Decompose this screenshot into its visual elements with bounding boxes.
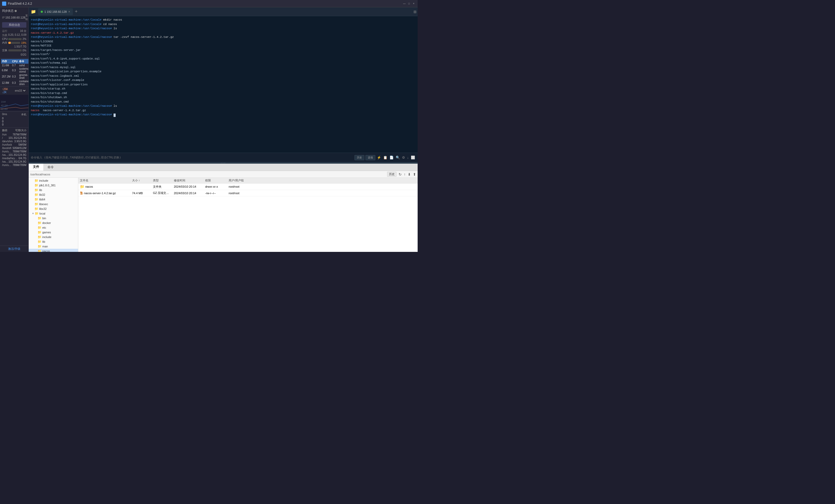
proc-mem: 6.8M xyxy=(1,67,11,73)
fm-file-size: 74.4 MB xyxy=(130,190,151,196)
paste-icon[interactable]: 📄 xyxy=(389,155,394,160)
tree-item-label: libx32 xyxy=(39,207,47,210)
fm-col-size[interactable]: 大小 ↑ xyxy=(130,178,151,183)
fm-tabs: 文件 命令 xyxy=(29,164,418,171)
app-title: FinalShell 4.2.4.2 xyxy=(8,2,32,5)
fm-col-date[interactable]: 修改时间 xyxy=(172,178,204,183)
fm-tab-cmd[interactable]: 命令 xyxy=(43,164,58,170)
tab-label: 1 192.168.60.128 xyxy=(44,10,67,13)
fm-file-row[interactable]: 🗜nacos-server-1.4.2.tar.gz 74.4 MB GZ 压缩… xyxy=(78,190,418,196)
fm-file-user: root/root xyxy=(227,190,248,196)
proc-header-mem: 内存 xyxy=(1,59,11,64)
fm-file-date: 2024/03/10 20:14 xyxy=(172,184,204,189)
sync-status: 同步状态 xyxy=(2,9,26,13)
disk-size: 5M/5M xyxy=(18,143,26,146)
fullscreen-icon[interactable]: ⬜ xyxy=(410,155,415,160)
proc-mem: 257.2M xyxy=(1,73,11,80)
fm-refresh-icon[interactable]: ↻ xyxy=(399,172,402,177)
disk-row: /var/lib/docker/overlay...101.3G/124.9G xyxy=(2,153,26,157)
term-output: nacos/conf/nacos-mysql.sql xyxy=(31,66,76,69)
cpu-bar xyxy=(8,38,9,40)
tab-close-btn[interactable]: × xyxy=(68,10,70,14)
fm-tree-item[interactable]: 📁lib64 xyxy=(29,197,78,202)
proc-cpu: 0.7 xyxy=(11,64,18,67)
fm-file-date: 2024/03/10 20:14 xyxy=(172,190,204,196)
folder-btn[interactable]: 📁 xyxy=(30,9,37,14)
fm-up-icon[interactable]: ↑ xyxy=(404,172,406,177)
fm-file-name: 🗜nacos-server-1.4.2.tar.gz xyxy=(78,190,130,196)
disk-size: 787M/789M xyxy=(13,133,26,136)
fm-col-type[interactable]: 类型 xyxy=(151,178,172,183)
fm-download-icon[interactable]: ⬇ xyxy=(408,172,411,177)
term-prompt: root@heyunlin-virtual-machine:/usr/local… xyxy=(31,113,114,116)
fm-col-perm[interactable]: 权限 xyxy=(204,178,227,183)
disk-size: 101.3G/124.9G xyxy=(8,154,26,156)
archive-icon: 🗜 xyxy=(80,191,83,195)
term-output: nacos/conf/ xyxy=(31,53,50,56)
terminal-line: root@heyunlin-virtual-machine:/usr/local… xyxy=(31,26,415,31)
fm-tree-item[interactable]: 📁bin xyxy=(29,216,78,221)
options-btn[interactable]: 选项 xyxy=(365,155,375,160)
disk-path: /run/user/1000 xyxy=(2,150,13,153)
history-btn[interactable]: 历史 xyxy=(354,155,364,160)
fm-tree-item[interactable]: 📁jdk1.8.0_381 xyxy=(29,183,78,188)
fm-tree-item[interactable]: 📁games xyxy=(29,230,78,235)
fm-files-header: 文件名 大小 ↑ 类型 修改时间 权限 用户/用户组 xyxy=(78,178,418,183)
minimize-btn[interactable]: — xyxy=(403,2,406,5)
fm-upload-icon[interactable]: ⬆ xyxy=(413,172,416,177)
copy-icon[interactable]: 📋 xyxy=(383,155,388,160)
term-prompt: root@heyunlin-virtual-machine:/usr/local… xyxy=(31,27,114,30)
search-icon[interactable]: 🔍 xyxy=(395,155,401,160)
folder-icon: 📁 xyxy=(35,179,38,182)
tree-item-label: bin xyxy=(42,217,46,220)
fm-tree-item[interactable]: 📁include xyxy=(29,235,78,239)
fm-file-row[interactable]: 📁nacos 文件夹 2024/03/10 20:14 drwxr-xr-x r… xyxy=(78,183,418,190)
terminal-line: nacos/conf/nacos-mysql.sql xyxy=(31,65,415,70)
fm-tree-item[interactable]: ▼📁local xyxy=(29,211,78,216)
tab-item-1[interactable]: 1 192.168.60.128 × xyxy=(38,8,73,15)
ip-value: 192.168.60.128 xyxy=(5,16,25,19)
fm-col-name[interactable]: 文件名 xyxy=(78,178,130,183)
disk-path: / xyxy=(2,137,3,139)
grid-layout-icon[interactable]: ⊞ xyxy=(413,9,416,14)
fm-tree-item[interactable]: 📁docker xyxy=(29,221,78,225)
disk-row: /101.3G/124.9G xyxy=(2,136,26,140)
disk-row: /run787M/789M xyxy=(2,133,26,136)
fm-history-btn[interactable]: 历史 xyxy=(387,172,396,177)
fm-tree-item[interactable]: 📁include xyxy=(29,178,78,183)
terminal-area[interactable]: root@heyunlin-virtual-machine:/usr/local… xyxy=(29,16,418,153)
runtime-row: 运行 16 分 xyxy=(2,29,26,33)
mem-label: 内存 xyxy=(2,41,7,45)
fm-tree-item[interactable]: 📁lib xyxy=(29,188,78,193)
copy-ip-btn[interactable]: 复制 xyxy=(25,14,28,21)
fm-tree-item[interactable]: 📁etc xyxy=(29,225,78,230)
fm-tree-item[interactable]: 📁man xyxy=(29,244,78,249)
folder-icon: 📁 xyxy=(38,245,41,248)
maximize-btn[interactable]: □ xyxy=(407,2,411,5)
tree-item-label: local xyxy=(39,212,45,215)
lightning-icon[interactable]: ⚡ xyxy=(376,155,382,160)
window-controls[interactable]: — □ × xyxy=(403,2,415,5)
fm-tree-item[interactable]: 📁nacos xyxy=(29,249,78,252)
activate-btn[interactable]: 激活/升级 xyxy=(0,246,28,252)
fm-tree-item[interactable]: 📁lib xyxy=(29,239,78,244)
fm-tree-item[interactable]: 📁libx32 xyxy=(29,206,78,211)
disk-section: 路径 可用/大小 /run787M/789M/101.3G/124.9G/dev… xyxy=(0,127,28,246)
fm-tree-item[interactable]: 📁lib32 xyxy=(29,193,78,197)
term-output: nacos/bin/startup.sh xyxy=(31,87,65,90)
settings-icon[interactable]: ⚙ xyxy=(402,155,406,160)
sys-info-button[interactable]: 系统信息 xyxy=(2,22,26,28)
tree-item-label: libexec xyxy=(39,203,48,206)
close-btn[interactable]: × xyxy=(412,2,415,5)
tree-item-label: docker xyxy=(42,221,51,224)
fm-file-size xyxy=(130,186,151,188)
sidebar-top: 同步状态 IP 192.168.60.128 复制 系统信息 运行 16 分 负… xyxy=(0,7,28,58)
cmd-input-field[interactable] xyxy=(31,156,352,159)
download-icon[interactable]: ↓ xyxy=(407,155,410,160)
network-interface-select[interactable]: ens33 xyxy=(14,89,26,93)
fm-tree-item[interactable]: 📁libexec xyxy=(29,202,78,206)
add-tab-btn[interactable]: + xyxy=(74,9,79,14)
swap-label: 交换 xyxy=(2,48,7,52)
fm-tab-files[interactable]: 文件 xyxy=(29,164,43,171)
fm-col-user[interactable]: 用户/用户组 xyxy=(227,178,248,183)
